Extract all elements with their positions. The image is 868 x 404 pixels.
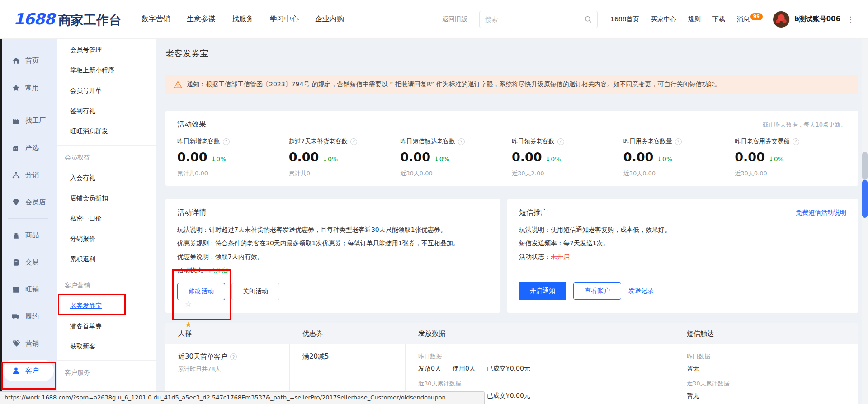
menu-item-prospect-first-order-coupon[interactable]: 潜客首单券 (57, 316, 156, 336)
help-icon[interactable]: ? (350, 138, 357, 145)
sidebar-item-distribution[interactable]: 分销 (0, 161, 57, 188)
sms-play-description: 玩法说明：使用短信通知老客复购，成本低，效果好。 (519, 223, 846, 236)
activity-status-line: 活动状态：已开启 (177, 263, 488, 277)
sidebar-item-trade[interactable]: 交易 (0, 249, 57, 276)
menu-item-member-billing[interactable]: 会员号开单 (57, 80, 156, 101)
sms-frequency: 短信发送频率：每7天发送1次。 (519, 236, 846, 250)
sidebar-item-home[interactable]: 首页 (0, 47, 57, 74)
star-icon (12, 84, 20, 92)
link-buyer-center[interactable]: 买家中心 (651, 15, 676, 23)
issue-30day-label: 近30天累计数据 (418, 380, 661, 388)
activity-detail-title: 活动详情 (177, 208, 488, 217)
help-icon[interactable]: ? (458, 138, 465, 145)
menu-item-acquire-new-customers[interactable]: 获取新客 (57, 336, 156, 357)
favorite-star-filled-icon[interactable]: ★ (185, 320, 192, 329)
menu-item-private-price[interactable]: 私密一口价 (57, 208, 156, 229)
sidebar-item-member-store[interactable]: 会员店 (0, 188, 57, 216)
enable-notification-button[interactable]: 开启通知 (519, 282, 566, 300)
home-icon (12, 56, 20, 65)
sidebar-item-find-factory[interactable]: 找工厂 (0, 107, 57, 134)
account-name[interactable]: b测试账号006 (794, 15, 840, 23)
favorite-star-outline-icon[interactable]: ☆ (185, 300, 192, 309)
link-1688-home[interactable]: 1688首页 (610, 15, 639, 23)
stat-value: 0.00 (289, 150, 319, 164)
help-icon[interactable]: ? (793, 138, 799, 145)
menu-item-member-discount[interactable]: 店铺会员折扣 (57, 188, 156, 208)
sidebar-item-products[interactable]: 商品 (0, 221, 57, 249)
scrollbar-thumb-blue[interactable] (862, 180, 868, 218)
sidebar-item-fulfillment[interactable]: 履约 (0, 303, 57, 330)
topbar-links: 1688首页 买家中心 规则 下载 消息99 (610, 15, 763, 23)
sidebar-item-label: 首页 (25, 56, 39, 65)
sidebar-item-favorites[interactable]: 常用 (0, 74, 57, 101)
nav-digital-marketing[interactable]: 数字营销 (142, 14, 170, 24)
stat-delta: ↓0% (769, 155, 784, 163)
value-separator (447, 366, 447, 371)
nav-enterprise-purchase[interactable]: 企业内购 (315, 14, 344, 24)
sidebar-item-marketing[interactable]: 营销 (0, 330, 57, 357)
menu-item-old-customer-coupon[interactable]: 老客发券宝 (57, 296, 156, 316)
nav-business-advisor[interactable]: 生意参谋 (187, 14, 216, 24)
search-icon[interactable] (584, 15, 593, 24)
sidebar-item-label: 严选 (25, 144, 39, 152)
sidebar-item-strict-selection[interactable]: 严选 (0, 134, 57, 161)
modify-activity-button[interactable]: 修改活动 (177, 283, 225, 300)
sidebar-item-customers[interactable]: 客户 (3, 360, 54, 381)
avatar[interactable] (773, 11, 790, 28)
stat-sub: 累计共0 (289, 169, 401, 178)
link-messages[interactable]: 消息99 (737, 15, 763, 23)
help-icon[interactable]: ? (675, 138, 682, 145)
send-records-link[interactable]: 发送记录 (628, 287, 654, 295)
search-input[interactable] (485, 16, 584, 23)
truck-icon (12, 312, 20, 321)
sms-promotion-title: 短信推广 (519, 208, 548, 217)
logo-name: 商家工作台 (58, 12, 122, 29)
stat-delta: ↓0% (546, 155, 561, 163)
menu-item-wangwang-broadcast[interactable]: 旺旺消息群发 (57, 121, 156, 141)
search-box[interactable] (479, 11, 598, 28)
menu-item-member-management[interactable]: 会员号管理 (57, 40, 156, 60)
sidebar-divider (8, 104, 48, 104)
more-menu-icon[interactable]: ⋮ (847, 15, 854, 24)
scrollbar-thumb-gray[interactable] (862, 152, 868, 180)
stat-value: 0.00 (623, 150, 654, 164)
page-title: 老客发券宝 (165, 47, 858, 60)
menu-item-cumulative-rebate[interactable]: 累积返利 (57, 249, 156, 269)
back-to-old-version-link[interactable]: 返回旧版 (442, 15, 467, 23)
stat-sub: 近30天2.00 (512, 169, 623, 178)
user-icon (12, 366, 20, 375)
factory-icon (12, 117, 20, 125)
menu-item-distribution-quote[interactable]: 分销报价 (57, 229, 156, 249)
menu-item-join-gift[interactable]: 入会有礼 (57, 168, 156, 188)
coupon-value: 满20减5 (302, 352, 392, 361)
sidebar-divider (8, 218, 48, 219)
free-sms-activity-help-link[interactable]: 免费短信活动说明 (796, 209, 846, 217)
stat-delta: ↓0% (322, 155, 338, 163)
close-activity-button[interactable]: 关闭活动 (231, 283, 279, 300)
view-account-button[interactable]: 查看账户 (573, 282, 621, 300)
menu-item-checkin-gift[interactable]: 签到有礼 (57, 101, 156, 121)
logo-1688[interactable]: 1688 商家工作台 (14, 10, 122, 29)
value-separator (481, 366, 481, 371)
link-rules[interactable]: 规则 (688, 15, 701, 23)
sms-yesterday-value: 暂无 (687, 365, 845, 373)
nav-find-services[interactable]: 找服务 (232, 14, 254, 24)
stat-value: 0.00 (735, 150, 765, 164)
messages-label: 消息 (737, 15, 750, 23)
help-icon[interactable]: ? (557, 138, 564, 145)
sidebar-item-shop[interactable]: 旺铺 (0, 276, 57, 303)
used-count: 使用0人 (453, 365, 476, 373)
stat-label: 昨日用券老客数量 (623, 137, 672, 146)
table-header-row: 人群 优惠券 发放数据 短信触达 (165, 323, 858, 344)
help-icon[interactable]: ? (230, 353, 237, 360)
stat-new-old-customers: 昨日新增老客数? 0.00↓0% 累计共0.00 (177, 137, 289, 178)
menu-item-shopkeeper-miniapp[interactable]: 掌柜上新小程序 (57, 60, 156, 80)
scrollbar-track[interactable] (862, 39, 868, 404)
nav-learning-center[interactable]: 学习中心 (270, 14, 299, 24)
link-download[interactable]: 下载 (712, 15, 725, 23)
help-icon[interactable]: ? (223, 138, 230, 145)
stat-coupon-gmv: 昨日老客用券交易额? 0.00↓0% 近30天0.00 (735, 137, 846, 178)
stat-label: 昨日短信触达老客数 (400, 137, 455, 146)
storefront-icon (12, 285, 20, 294)
stat-coupon-used: 昨日用券老客数量? 0.00↓0% 近30天0.00 (623, 137, 735, 178)
